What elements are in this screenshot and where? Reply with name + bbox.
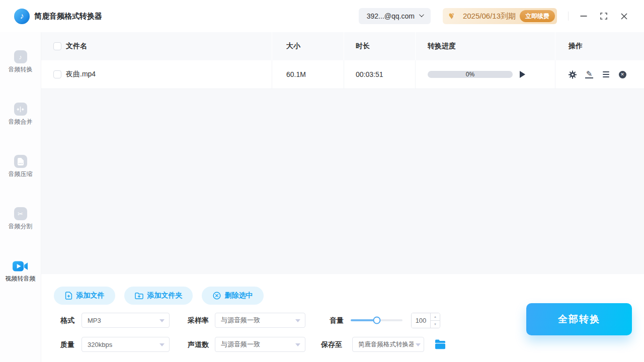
add-file-label: 添加文件	[76, 291, 105, 300]
app-brand: ♪ 简鹿音频格式转换器	[14, 9, 102, 24]
remove-file-icon[interactable]: ✕	[618, 70, 626, 78]
close-button[interactable]	[614, 6, 634, 26]
vip-v-glyph: V	[449, 13, 459, 18]
save-to-label: 保存至	[321, 337, 342, 352]
select-all-checkbox[interactable]	[53, 42, 61, 50]
header-filename-label: 文件名	[66, 42, 87, 51]
folder-icon	[434, 339, 446, 350]
volume-label: 音量	[330, 313, 344, 328]
volume-slider-handle[interactable]	[373, 317, 380, 324]
vip-heart-icon: ♥ V	[449, 12, 459, 21]
add-folder-button[interactable]: 添加文件夹	[124, 287, 193, 305]
table-row: 夜曲.mp4 60.1M 00:03:51 0%	[41, 60, 644, 89]
caret-down-icon	[295, 343, 300, 346]
account-email: 392...@qq.com	[367, 12, 415, 20]
window-controls	[568, 6, 634, 26]
content-area: ♪ 音频转换 音频合并	[0, 32, 644, 362]
sidebar: ♪ 音频转换 音频合并	[0, 32, 41, 362]
delete-selected-label: 删除选中	[225, 291, 253, 300]
titlebar-right: 392...@qq.com ♥ V 2025/06/13到期 立即续费	[359, 6, 634, 26]
sidebar-item-label: 音频合并	[9, 118, 33, 126]
caret-down-icon	[295, 319, 300, 322]
play-button[interactable]	[520, 71, 525, 78]
channels-value: 与源音频一致	[221, 340, 260, 349]
progress-percent: 0%	[466, 71, 474, 78]
header-operations: 操作	[555, 32, 644, 60]
format-value: MP3	[88, 317, 101, 324]
sidebar-item-label: 音频分割	[9, 222, 33, 231]
sample-rate-value: 与源音频一致	[221, 316, 260, 325]
bottom-panel: 添加文件 添加文件夹 删除选中 格式	[41, 274, 644, 362]
quality-label: 质量	[60, 337, 74, 352]
cell-filename: 夜曲.mp4	[41, 60, 272, 88]
channels-label: 声道数	[188, 337, 209, 352]
volume-input-group: ▲ ▼	[411, 313, 440, 328]
sidebar-item-audio-merge[interactable]: 音频合并	[9, 103, 33, 126]
app-window: ♪ 简鹿音频格式转换器 392...@qq.com ♥ V 2025/06/13…	[0, 0, 644, 362]
cell-operations: ✎ ✕	[555, 60, 644, 88]
header-filename: 文件名	[41, 32, 272, 60]
caret-down-icon	[159, 319, 165, 322]
renew-now-button[interactable]: 立即续费	[520, 10, 555, 22]
channels-select[interactable]: 与源音频一致	[215, 337, 305, 352]
titlebar: ♪ 简鹿音频格式转换器 392...@qq.com ♥ V 2025/06/13…	[0, 0, 644, 32]
sidebar-item-audio-split[interactable]: ✂ 音频分割	[9, 207, 33, 231]
convert-all-button[interactable]: 全部转换	[526, 303, 632, 335]
volume-slider[interactable]	[351, 319, 403, 321]
music-note-icon: ♪	[14, 50, 27, 63]
volume-decrease-button[interactable]: ▼	[431, 321, 440, 328]
delete-circle-icon	[213, 292, 221, 300]
format-label: 格式	[60, 313, 74, 328]
main-area: 文件名 大小 时长 转换进度 操作 夜曲.mp4 60.1M 00:03:51 …	[41, 32, 644, 362]
cell-progress: 0%	[415, 60, 555, 88]
volume-input[interactable]	[412, 313, 430, 328]
merge-arrows-icon	[14, 103, 27, 116]
sidebar-item-audio-convert[interactable]: ♪ 音频转换	[9, 50, 33, 74]
sample-rate-label: 采样率	[188, 313, 209, 328]
row-checkbox[interactable]	[53, 70, 61, 78]
sidebar-item-label: 音频压缩	[9, 170, 33, 178]
compressed-file-icon	[14, 155, 27, 168]
menu-list-icon[interactable]	[602, 70, 610, 78]
sample-rate-select[interactable]: 与源音频一致	[215, 313, 305, 328]
progress-bar: 0%	[428, 71, 513, 78]
sidebar-item-label: 视频转音频	[6, 275, 36, 283]
video-camera-icon	[13, 259, 28, 273]
add-file-icon	[65, 292, 72, 300]
delete-selected-button[interactable]: 删除选中	[202, 287, 264, 305]
sidebar-item-label: 音频转换	[9, 65, 33, 74]
settings-gear-icon[interactable]	[569, 70, 577, 78]
header-duration: 时长	[344, 32, 415, 60]
sidebar-item-audio-compress[interactable]: 音频压缩	[9, 155, 33, 178]
sidebar-item-video-to-audio[interactable]: 视频转音频	[6, 259, 36, 283]
header-progress: 转换进度	[415, 32, 555, 60]
quality-select[interactable]: 320kbps	[82, 337, 170, 352]
app-logo-music-note-icon: ♪	[14, 9, 30, 24]
add-folder-icon	[135, 292, 143, 300]
file-name: 夜曲.mp4	[66, 70, 96, 79]
cell-size: 60.1M	[272, 60, 344, 88]
caret-down-icon	[416, 343, 421, 346]
file-list-empty-area	[41, 89, 644, 274]
minimize-button[interactable]	[574, 6, 594, 26]
open-folder-button[interactable]	[434, 339, 446, 350]
caret-down-icon	[159, 343, 165, 346]
add-folder-label: 添加文件夹	[147, 291, 183, 300]
maximize-button[interactable]	[594, 6, 614, 26]
save-to-value: 简鹿音频格式转换器	[358, 340, 414, 349]
format-select[interactable]: MP3	[82, 313, 170, 328]
quality-value: 320kbps	[88, 341, 112, 348]
header-size: 大小	[272, 32, 344, 60]
vip-expiry-date: 2025/06/13到期	[463, 12, 516, 21]
app-title: 简鹿音频格式转换器	[34, 12, 102, 21]
edit-pencil-icon[interactable]: ✎	[585, 70, 593, 78]
save-to-select[interactable]: 简鹿音频格式转换器	[352, 337, 424, 352]
cell-duration: 00:03:51	[344, 60, 415, 88]
table-header: 文件名 大小 时长 转换进度 操作	[41, 32, 644, 60]
divider	[568, 12, 569, 21]
volume-spinners: ▲ ▼	[430, 313, 440, 328]
volume-increase-button[interactable]: ▲	[431, 313, 440, 321]
chevron-down-icon	[419, 12, 424, 17]
add-file-button[interactable]: 添加文件	[54, 287, 115, 305]
account-dropdown[interactable]: 392...@qq.com	[359, 8, 431, 24]
